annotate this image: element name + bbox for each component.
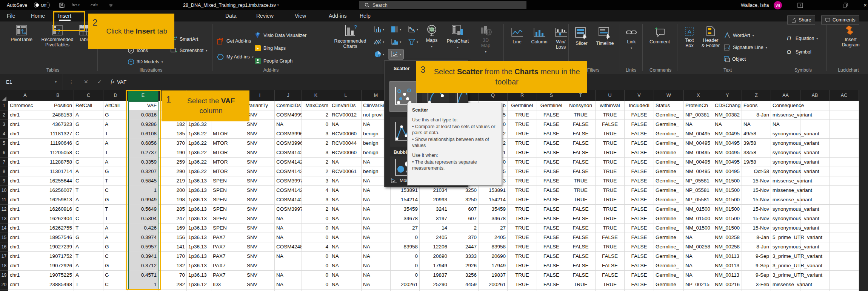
cell-Z10[interactable]: 15-Nov bbox=[742, 186, 771, 195]
cell-S11[interactable]: FALSE bbox=[537, 195, 566, 205]
cell-U20[interactable]: TRUE bbox=[596, 280, 625, 289]
cell-G9[interactable]: 1p36.13 bbox=[187, 176, 211, 186]
cell-A16[interactable]: chr1 bbox=[8, 242, 42, 252]
cell-G15[interactable]: 1p36.13 bbox=[187, 233, 211, 242]
cell-T17[interactable]: FALSE bbox=[566, 252, 596, 261]
cell-V12[interactable]: FALSE bbox=[625, 205, 654, 214]
cell-R4[interactable]: TRUE bbox=[508, 129, 537, 139]
cell-W5[interactable]: Germline_ bbox=[654, 139, 684, 148]
cell-Y18[interactable]: NM_00113 bbox=[713, 261, 742, 271]
cell-I18[interactable]: SNV bbox=[245, 261, 275, 271]
smartart-button[interactable]: SmartArt bbox=[171, 36, 198, 43]
cell-V1[interactable]: IncludedI bbox=[625, 101, 654, 110]
cell-K9[interactable]: 3 bbox=[302, 176, 330, 186]
cell-C3[interactable]: G bbox=[74, 120, 103, 129]
cell-I11[interactable]: SNV bbox=[245, 195, 275, 205]
cell-H9[interactable]: SPEN bbox=[211, 176, 245, 186]
cell-F12[interactable]: 285 bbox=[159, 205, 187, 214]
cell-A15[interactable]: chr1 bbox=[8, 233, 42, 242]
cell-Y19[interactable]: NM_00113 bbox=[713, 271, 742, 280]
cell-P13[interactable]: 607 bbox=[449, 214, 479, 224]
cell-W15[interactable]: Germline_ bbox=[654, 233, 684, 242]
link-button[interactable]: Link▾ bbox=[623, 27, 640, 51]
cell-AC18[interactable] bbox=[830, 261, 859, 271]
cell-AC7[interactable] bbox=[830, 158, 859, 167]
comments-button[interactable]: Comments bbox=[821, 15, 859, 25]
cell-B18[interactable]: 19072926 bbox=[42, 261, 74, 271]
cell-U11[interactable]: TRUE bbox=[596, 195, 625, 205]
cell-J6[interactable]: COSM4142 bbox=[275, 148, 302, 158]
cell-Q12[interactable]: 35459 bbox=[479, 205, 508, 214]
cell-B20[interactable]: 23885498 bbox=[42, 280, 74, 289]
cell-I19[interactable]: SNV bbox=[245, 271, 275, 280]
cell-J7[interactable]: COSM4142 bbox=[275, 158, 302, 167]
cell-AC10[interactable] bbox=[830, 186, 859, 195]
cell-H11[interactable]: SPEN bbox=[211, 195, 245, 205]
sparkline-column-button[interactable]: Column bbox=[528, 27, 550, 44]
cell-AA20[interactable]: missense_variant bbox=[771, 280, 800, 289]
row-number[interactable]: 3 bbox=[0, 120, 8, 129]
cell-I14[interactable]: SNV bbox=[245, 224, 275, 233]
cell-R20[interactable]: TRUE bbox=[508, 280, 537, 289]
cell-D17[interactable]: C bbox=[103, 252, 128, 261]
cell-O18[interactable]: 17949 bbox=[420, 261, 449, 271]
cell-F7[interactable]: 259 bbox=[159, 158, 187, 167]
cell-J18[interactable] bbox=[275, 261, 302, 271]
cell-Z12[interactable]: 15-Nov bbox=[742, 205, 771, 214]
cell-P14[interactable]: 2 bbox=[449, 224, 479, 233]
cell-Z11[interactable]: 15-Nov bbox=[742, 195, 771, 205]
row-number[interactable]: 8 bbox=[0, 167, 8, 176]
cell-V17[interactable]: FALSE bbox=[625, 252, 654, 261]
cell-T20[interactable]: TRUE bbox=[566, 280, 596, 289]
cell-X14[interactable]: NM_01500 bbox=[684, 224, 713, 233]
cell-Q11[interactable]: 154214 bbox=[479, 195, 508, 205]
cell-I17[interactable]: SNV bbox=[245, 252, 275, 261]
cell-G13[interactable]: 1p36.13 bbox=[187, 214, 211, 224]
cell-R12[interactable]: TRUE bbox=[508, 205, 537, 214]
cell-V3[interactable]: FALSE bbox=[625, 120, 654, 129]
cell-F4[interactable]: 185 bbox=[159, 129, 187, 139]
cell-F20[interactable]: 282 bbox=[159, 280, 187, 289]
cell-Y20[interactable]: NM_00216 bbox=[713, 280, 742, 289]
row-number[interactable]: 1 bbox=[0, 101, 8, 110]
cell-W6[interactable]: Germline_ bbox=[654, 148, 684, 158]
cell-D19[interactable]: G bbox=[103, 271, 128, 280]
cell-O14[interactable]: 14 bbox=[420, 224, 449, 233]
cell-V20[interactable]: FALSE bbox=[625, 280, 654, 289]
column-header-B[interactable]: B bbox=[42, 90, 74, 101]
cell-Z17[interactable]: 9-Sep bbox=[742, 252, 771, 261]
cell-D8[interactable]: G bbox=[103, 167, 128, 176]
cell-F18[interactable]: 132 bbox=[159, 261, 187, 271]
cell-H6[interactable]: MTOR bbox=[211, 148, 245, 158]
cell-M14[interactable]: NA bbox=[362, 224, 391, 233]
cell-Y3[interactable]: NA bbox=[713, 120, 742, 129]
cell-D6[interactable]: T bbox=[103, 148, 128, 158]
cell-R6[interactable]: TRUE bbox=[508, 148, 537, 158]
cell-N17[interactable]: 0 bbox=[391, 252, 420, 261]
cell-R13[interactable]: TRUE bbox=[508, 214, 537, 224]
cell-S8[interactable]: FALSE bbox=[537, 167, 566, 176]
get-addins-button[interactable]: Get Add-ins bbox=[217, 37, 251, 45]
cell-U13[interactable]: TRUE bbox=[596, 214, 625, 224]
cell-O17[interactable]: 20690 bbox=[420, 252, 449, 261]
cell-T5[interactable]: FALSE bbox=[566, 139, 596, 148]
insert-function-icon[interactable]: fx bbox=[111, 79, 114, 85]
cell-S16[interactable]: FALSE bbox=[537, 242, 566, 252]
cell-AC16[interactable] bbox=[830, 242, 859, 252]
cell-AC14[interactable] bbox=[830, 224, 859, 233]
cell-C16[interactable]: A bbox=[74, 242, 103, 252]
cell-R14[interactable]: TRUE bbox=[508, 224, 537, 233]
cell-C12[interactable]: C bbox=[74, 205, 103, 214]
cell-I3[interactable]: SNV bbox=[245, 120, 275, 129]
cell-K12[interactable]: 2 bbox=[302, 205, 330, 214]
cell-G14[interactable]: 1p36.13 bbox=[187, 224, 211, 233]
row-number[interactable]: 14 bbox=[0, 224, 8, 233]
user-name[interactable]: Wallace, Isha bbox=[741, 0, 769, 10]
cell-Q16[interactable]: 83958 bbox=[479, 242, 508, 252]
cell-L8[interactable]: RCV00061 bbox=[330, 167, 362, 176]
cell-W21[interactable] bbox=[654, 289, 684, 291]
cell-K18[interactable]: 0 bbox=[302, 261, 330, 271]
cell-U4[interactable]: TRUE bbox=[596, 129, 625, 139]
cell-U7[interactable]: TRUE bbox=[596, 158, 625, 167]
cell-R5[interactable]: TRUE bbox=[508, 139, 537, 148]
